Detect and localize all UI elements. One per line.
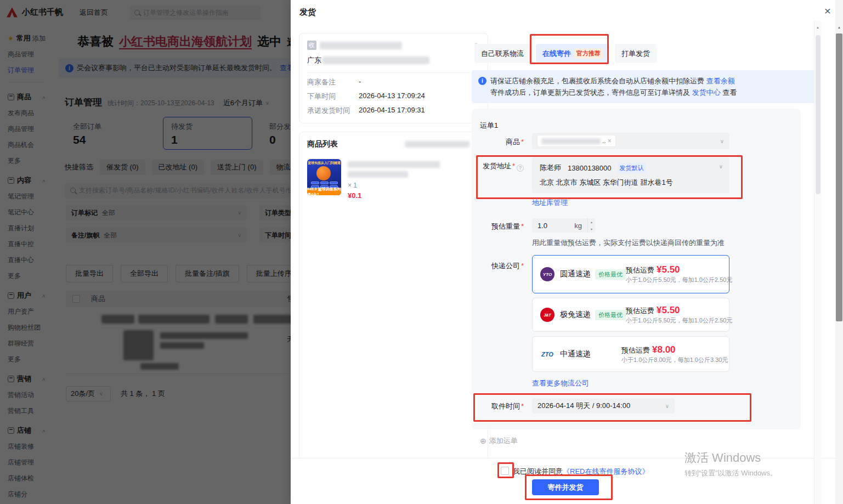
redacted-order-number — [405, 141, 469, 148]
basketball-graphic — [316, 166, 331, 180]
divider — [307, 72, 480, 73]
recipient-badge: 收 — [307, 41, 316, 50]
chevron-down-icon: ∨ — [720, 138, 724, 144]
promise-ship-time: 2026-04-15 17:09:31 — [359, 106, 425, 116]
waybill-title: 运单1 — [480, 121, 498, 131]
sender-name: 陈老师 — [540, 163, 561, 173]
waybill-form-card: 运单1 商品* .. × ∨ 发货地址*? 陈老师 13800138000 — [472, 109, 801, 429]
courier-card-zto[interactable]: ZTO 中通速递 预估运费 ¥8.00 小于1.0公斤8.00元，每加1.0公斤… — [532, 336, 729, 372]
weight-unit: kg — [574, 222, 582, 230]
tab-online-shipping[interactable]: 在线寄件 官方推荐 — [536, 44, 609, 63]
balance-alert: i 请保证店铺余额充足，包裹揽收后系统会自动从店铺余额中扣除运费 查看余额 寄件… — [472, 70, 815, 103]
tab-print-ship[interactable]: 打单发货 — [615, 44, 657, 63]
address-field-label: 发货地址*? — [472, 161, 524, 172]
view-balance-link[interactable]: 查看余额 — [706, 77, 735, 85]
agreement-checkbox[interactable] — [501, 467, 509, 475]
courier-card-jt[interactable]: J&T 极兔速递 价格最优 预估运费 ¥5.50 小于1.0公斤5.50元，每加… — [532, 298, 729, 332]
redacted-recipient-address — [323, 56, 429, 64]
order-time: 2026-04-13 17:09:24 — [359, 92, 425, 101]
sender-phone: 13800138000 — [568, 164, 612, 172]
close-icon[interactable]: × — [824, 4, 831, 18]
zto-logo-icon: ZTO — [540, 347, 555, 361]
drawer-scrollbar-thumb[interactable] — [816, 35, 821, 194]
ship-method-tabs: 自己联系物流 在线寄件 官方推荐 打单发货 — [474, 44, 657, 63]
redacted-product-title — [348, 161, 440, 168]
weight-tip: 用此重量做预估运费，实际支付运费以快递商回传的重量为准 — [532, 238, 725, 248]
product-thumbnail: 篮球实战从入门到精通 ¥49.9 篮球训练系列课4合1 — [307, 159, 341, 195]
ship-and-send-button[interactable]: 寄件并发货 — [532, 479, 599, 495]
pickup-time-select[interactable]: 2026-04-14 明天 / 9:00-14:00 ∨ — [532, 398, 675, 414]
product-select[interactable]: .. × ∨ — [532, 133, 729, 149]
add-waybill-button[interactable]: ⊕ 添加运单 — [480, 436, 518, 446]
chevron-down-icon: ∨ — [665, 403, 669, 409]
weight-stepper: ▴ ▾ — [587, 218, 595, 233]
product-tag: .. × — [538, 135, 615, 146]
agreement-text: 我已阅读并同意 — [513, 467, 563, 477]
window-scrollbar-thumb[interactable] — [836, 33, 842, 321]
estimated-fee: ¥5.50 — [657, 264, 680, 275]
info-icon: i — [478, 77, 486, 85]
yto-logo-icon: YTO — [540, 267, 555, 281]
jt-logo-icon: J&T — [540, 308, 555, 322]
recipient-region: 广东 — [307, 55, 321, 65]
address-library-link[interactable]: 地址库管理 — [532, 198, 568, 208]
redacted-product-spec — [348, 171, 408, 178]
weight-input[interactable] — [538, 222, 563, 230]
ship-drawer: 发货 × 收 ✎ 广东 商家备注 - 下单时间 2026-04-13 17:09… — [291, 0, 843, 504]
weight-field-label: 预估重量* — [472, 222, 524, 231]
merchant-note: - — [359, 77, 361, 87]
courier-field-label: 快递公司* — [472, 261, 524, 271]
order-info-card: 收 ✎ 广东 商家备注 - 下单时间 2026-04-13 17:09:24 承… — [299, 33, 488, 123]
scroll-up-icon[interactable]: ▴ — [835, 25, 843, 30]
product-list-card: 商品列表 篮球实战从入门到精通 ¥49.9 篮球训练系列课4合1 — [299, 132, 488, 467]
windows-activation-watermark: 激活 Windows 转到“设置”以激活 Windows。 — [684, 450, 777, 478]
plus-icon: ⊕ — [480, 437, 486, 445]
best-price-badge: 价格最优 — [595, 269, 626, 280]
agreement-link[interactable]: 《RED在线寄件服务协议》 — [563, 467, 649, 477]
pickup-field-label: 取件时间* — [472, 401, 524, 411]
product-field-label: 商品* — [472, 137, 524, 147]
official-recommend-badge: 官方推荐 — [574, 48, 603, 59]
ship-center-link[interactable]: 发货中心 — [692, 88, 721, 97]
weight-input-wrap: kg — [532, 218, 587, 233]
step-down-icon[interactable]: ▾ — [588, 225, 595, 233]
drawer-title: 发货 — [299, 7, 316, 18]
redacted-recipient-name — [320, 42, 402, 49]
redacted-product-tag — [541, 138, 601, 144]
product-list-title: 商品列表 — [307, 139, 338, 149]
courier-card-yto[interactable]: YTO 圆通速递 价格最优 预估运费 ¥5.50 小于1.0公斤5.50元，每加… — [532, 255, 729, 293]
product-item: 篮球实战从入门到精通 ¥49.9 篮球训练系列课4合1 × 1 ¥0.1 — [307, 159, 480, 200]
estimated-fee: ¥8.00 — [652, 344, 676, 355]
question-icon: ? — [517, 165, 524, 172]
best-price-badge: 价格最优 — [595, 310, 626, 320]
product-price: ¥0.1 — [348, 191, 440, 200]
step-up-icon[interactable]: ▴ — [588, 218, 595, 225]
chevron-down-icon: ∨ — [719, 163, 723, 169]
drawer-scrollbar[interactable]: ▴ — [814, 21, 821, 504]
more-couriers-link[interactable]: 查看更多物流公司 — [532, 378, 589, 388]
sender-address: 北京 北京市 东城区 东华门街道 甜水巷1号 — [540, 178, 722, 188]
scroll-up-icon[interactable]: ▴ — [814, 25, 821, 30]
default-address-badge: 发货默认 — [617, 163, 647, 173]
product-qty: × 1 — [348, 182, 440, 189]
estimated-fee: ¥5.50 — [657, 305, 680, 316]
window-scrollbar[interactable]: ▴ — [835, 0, 843, 504]
ship-address-select[interactable]: 陈老师 13800138000 发货默认 北京 北京市 东城区 东华门街道 甜水… — [532, 157, 729, 193]
remove-tag-icon[interactable]: × — [608, 137, 612, 145]
tab-self-contact-logistics[interactable]: 自己联系物流 — [474, 44, 530, 63]
